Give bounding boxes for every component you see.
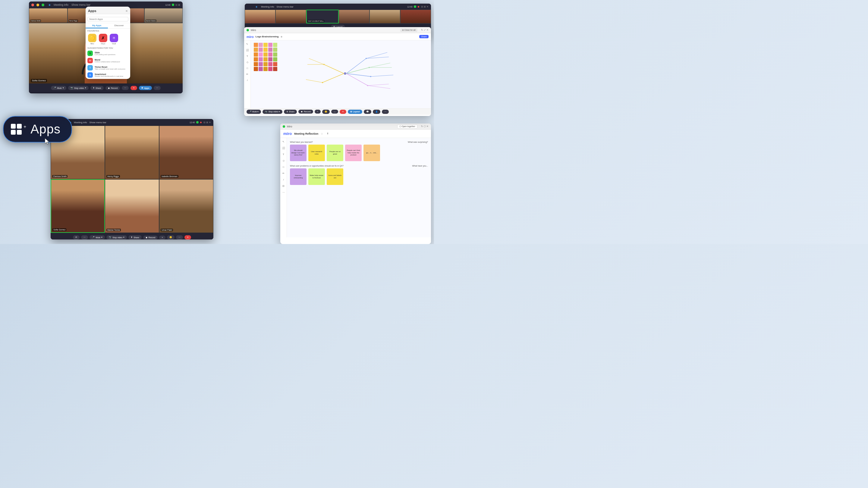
suggestion-mural[interactable]: M Mural Online collaborative whiteboard — [86, 57, 130, 64]
frame-tool-icon[interactable]: ⬜ — [245, 47, 250, 53]
participant-thumb-4[interactable]: Darren Owens — [144, 8, 183, 23]
miro-mute-btn[interactable]: 🎤 Mute ▾ — [247, 110, 261, 114]
apps-search-input[interactable] — [87, 17, 128, 22]
bc-meeting-info[interactable]: Meeting info — [74, 121, 87, 124]
pen-tool-icon[interactable]: ✏ — [245, 72, 250, 76]
sticky-3[interactable]: People are so great — [327, 144, 343, 161]
connector-tool-icon[interactable]: / — [245, 78, 250, 83]
tr-participant-4[interactable] — [339, 10, 370, 24]
more-options-button[interactable]: ⋯ — [122, 86, 129, 90]
video-cell-4-active[interactable]: Sofia Gomez — [51, 179, 105, 233]
sticky-4[interactable]: People can't find help inside the produc… — [345, 144, 362, 161]
svg-line-10 — [371, 75, 393, 76]
miro-emoji-btn[interactable]: 😊 — [322, 110, 330, 114]
video-cell-6[interactable]: Umar Patel — [159, 179, 213, 233]
miro-more-btn[interactable]: — — [331, 110, 338, 113]
bm-connector-icon[interactable]: / — [281, 177, 286, 182]
select-tool-icon[interactable]: ↖ — [245, 41, 250, 46]
star-icon[interactable]: ★ — [280, 35, 283, 38]
apps-badge[interactable]: + Apps — [3, 116, 72, 142]
bm-more-tools-icon[interactable]: ⋯ — [281, 190, 286, 195]
fav-hoyo[interactable]: ✗ Hoyo — [99, 34, 107, 44]
record-icon: ⏺ — [108, 87, 110, 89]
open-together-button[interactable]: ⬡ Open together — [397, 124, 417, 129]
miro-close-all-btn[interactable]: ⊗ Close for all — [400, 28, 417, 32]
my-apps-tab[interactable]: My Apps — [86, 23, 108, 28]
share-button[interactable]: ⬆ Share — [90, 86, 104, 90]
sticky-8[interactable]: Icons and labels are — [327, 168, 343, 185]
meeting-info-link[interactable]: Meeting info — [54, 3, 68, 6]
bm-select-icon[interactable]: ↖ — [281, 139, 286, 144]
bc-emoji2-btn[interactable]: 😊 — [167, 235, 175, 239]
bottom-miro-canvas: ↖ ⬜ T ◇ □ ✏ / ⊡ ⋯ What have you learned?… — [280, 138, 431, 237]
miro-share-button[interactable]: Share — [419, 35, 429, 38]
bc-activity-btn[interactable]: ⟳ — [73, 235, 80, 239]
discover-tab[interactable]: Discover — [108, 23, 130, 28]
video-cell-3[interactable]: Isabelle Brennan — [159, 126, 213, 179]
tr-show-menu[interactable]: Show menu bar — [277, 5, 293, 8]
end-call-button[interactable]: ✕ — [130, 86, 137, 90]
bc-share-btn[interactable]: ⬆ Share — [128, 235, 142, 239]
bc-add-btn[interactable]: + — [159, 235, 165, 239]
miro-add-btn[interactable]: + — [315, 110, 321, 113]
bc-mute-btn[interactable]: 🎤 Mute ▾ — [90, 235, 105, 239]
bottom-star-icon[interactable]: ☆ — [321, 132, 323, 135]
record-button[interactable]: ⏺ Record — [105, 86, 120, 90]
sticky-2[interactable]: User research rules — [308, 144, 325, 161]
sticky-6[interactable]: Improve onboarding — [290, 168, 307, 185]
suggestion-smartsheet[interactable]: S Smartsheet Sheets and dashboards in re… — [86, 71, 130, 78]
miro-share-ctrl-btn[interactable]: ⬆ Share — [284, 110, 297, 114]
bc-record-btn[interactable]: ⏺ Record — [143, 235, 158, 239]
bc-more-btn[interactable]: ⋯ — [81, 235, 88, 239]
miro-apps-btn[interactable]: ⊞ Layout — [348, 110, 362, 114]
suggestion-thrive[interactable]: T Thrive Reset Take a breath and reset w… — [86, 64, 130, 71]
bottom-miro-logo: miro — [283, 131, 292, 136]
bc-options-btn[interactable]: ⋯ — [176, 235, 183, 239]
sticky-7[interactable]: Make help easier to find/use — [308, 168, 325, 185]
video-cell-5[interactable]: Marise Torres — [105, 179, 159, 233]
bm-text-icon[interactable]: T — [281, 152, 286, 157]
miro-stopvideo-btn[interactable]: 📷 Stop video ▾ — [262, 110, 282, 114]
sticky-5[interactable]: gu... n... visi... — [364, 144, 380, 161]
close-dot[interactable] — [31, 4, 34, 6]
meeting-controls: 🎤 Mute ▾ 📷 Stop video ▾ ⬆ Share ⏺ Record… — [29, 84, 183, 93]
bm-sticky-icon[interactable]: □ — [281, 164, 286, 169]
miro-ctrl-more-btn[interactable]: ⋯ — [382, 110, 389, 114]
fav-miro[interactable]: 🟡 Miro — [88, 34, 96, 44]
bc-stopvideo-btn[interactable]: 📷 Stop video ▾ — [106, 235, 127, 239]
bc-show-menu[interactable]: Show menu bar — [90, 121, 106, 124]
suggestion-slido[interactable]: S Slido Live polling and questions — [86, 50, 130, 57]
tr-participant-5[interactable] — [370, 10, 400, 24]
tr-participant-3-active[interactable]: 51N7-16-GREAT WALL — [306, 10, 339, 24]
mute-button[interactable]: 🎤 Mute ▾ — [51, 86, 66, 90]
sticky-tool-icon[interactable]: □ — [245, 66, 250, 70]
text-tool-icon[interactable]: T — [245, 54, 250, 59]
tr-meeting-info[interactable]: Meeting info — [261, 5, 274, 8]
bc-end-btn[interactable]: ✕ — [184, 235, 191, 239]
video-cell-2[interactable]: Henry Riggs — [105, 126, 159, 179]
expand-dot[interactable] — [41, 4, 44, 6]
shape-tool-icon[interactable]: ◇ — [245, 60, 250, 64]
more-button-2[interactable]: ⋯ — [154, 86, 161, 90]
bm-frame-icon[interactable]: ⬜ — [281, 145, 286, 150]
bottom-upload-icon[interactable]: ⬆ — [327, 132, 329, 135]
tr-conn-status — [414, 5, 416, 8]
bm-shape-icon[interactable]: ◇ — [281, 158, 286, 163]
apps-button[interactable]: ⊞ Apps — [139, 86, 152, 90]
miro-people-btn[interactable]: 👤 — [373, 110, 380, 114]
apps-panel-close-button[interactable]: ✕ — [125, 9, 128, 13]
sticky-1[interactable]: We should design 'non-tech-savvy-first' — [290, 144, 307, 161]
participant-thumb-1[interactable]: Clarissa Smith — [29, 8, 67, 23]
stop-video-button[interactable]: 📷 Stop video ▾ — [68, 86, 89, 90]
show-menu-link[interactable]: Show menu bar — [71, 3, 90, 6]
miro-end-btn[interactable]: ✕ — [340, 110, 346, 114]
miro-record-btn[interactable]: ⏺ Record — [299, 110, 313, 113]
tr-participant-1[interactable] — [245, 10, 276, 24]
miro-chat-btn[interactable]: 💬 — [364, 110, 371, 114]
bm-pen-icon[interactable]: ✏ — [281, 171, 286, 175]
tr-participant-2[interactable] — [276, 10, 306, 24]
bm-crop-icon[interactable]: ⊡ — [281, 184, 286, 188]
fav-hudl[interactable]: H Hudl — [110, 34, 118, 44]
tr-participant-6[interactable] — [400, 10, 431, 24]
minimize-dot[interactable] — [36, 4, 39, 6]
